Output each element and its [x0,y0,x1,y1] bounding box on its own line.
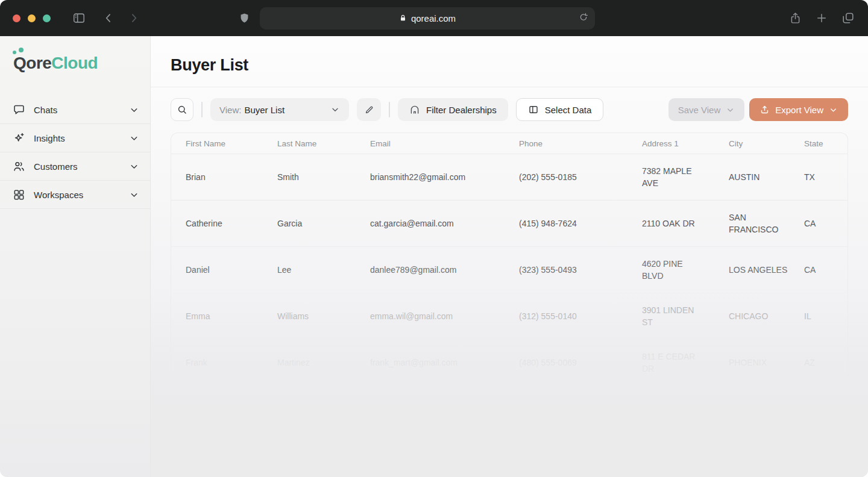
export-view-button[interactable]: Export View [749,98,848,121]
table-cell: AZ [804,357,848,369]
sidebar: QoreCloud Chats Insights [0,36,151,477]
table-cell: Williams [277,310,370,322]
privacy-shield-icon[interactable] [239,11,250,25]
view-select[interactable]: View:Buyer List [210,98,349,121]
table-cell: CHICAGO [729,310,804,322]
toolbar-divider [201,102,203,117]
sidebar-item-chats[interactable]: Chats [0,96,150,124]
upload-icon [760,105,770,115]
chevron-down-icon [829,105,838,114]
sidebar-item-label: Chats [34,105,121,115]
table-cell: 4620 PINE BLVD [642,258,729,282]
select-data-label: Select Data [545,105,592,115]
main-content: Buyer List View:Buyer List [151,36,868,477]
forward-icon[interactable] [128,12,140,24]
table-row[interactable]: BrianSmithbriansmith22@gmail.com(202) 55… [171,154,848,200]
logo-text-cloud: Cloud [51,54,98,72]
chevron-down-icon [726,105,735,114]
table-cell: (312) 555-0140 [519,310,642,322]
column-header[interactable]: Phone [519,139,642,148]
sidebar-item-label: Workspaces [34,190,121,200]
chevron-down-icon [330,105,340,114]
table-cell: (480) 555-0069 [519,357,642,369]
dealership-icon [409,104,420,115]
table-body: BrianSmithbriansmith22@gmail.com(202) 55… [171,154,848,385]
export-view-label: Export View [775,105,823,115]
table-cell: Brian [171,171,277,183]
edit-view-button[interactable] [357,98,381,121]
tab-overview-icon[interactable] [841,11,855,25]
app-logo: QoreCloud [13,49,150,77]
table-cell: LOS ANGELES [729,264,804,276]
browser-window: qoreai.com QoreCloud [0,0,868,477]
table-cell: Emma [171,310,277,322]
table-cell: Garcia [277,217,370,229]
table-row[interactable]: DanielLeedanlee789@gmail.com(323) 555-04… [171,246,848,293]
save-view-label: Save View [678,105,721,115]
table-cell: 811 E CEDAR DR [642,351,729,375]
browser-chrome: qoreai.com [0,0,868,36]
save-view-button[interactable]: Save View [668,98,745,121]
zoom-window-button[interactable] [43,14,51,22]
column-header[interactable]: Last Name [277,139,370,148]
sidebar-item-label: Customers [34,161,121,172]
buyer-table: First NameLast NameEmailPhoneAddress 1Ci… [171,132,848,385]
table-cell: frank_mart@gmail.com [370,357,519,369]
table-cell: CA [804,264,848,276]
logo-dot [19,48,24,52]
chevron-down-icon [129,105,139,115]
table-cell: PHOENIX [729,357,804,369]
lock-icon [399,14,407,22]
column-header[interactable]: Address 1 [642,139,729,148]
close-window-button[interactable] [13,14,20,22]
table-row[interactable]: EmmaWilliamsemma.wil@gmail.com(312) 555-… [171,293,848,339]
table-cell: cat.garcia@email.com [370,217,519,229]
sidebar-item-insights[interactable]: Insights [0,124,150,152]
search-button[interactable] [171,98,193,121]
columns-icon [528,104,539,115]
search-icon [177,104,187,115]
table-cell: (415) 948-7624 [519,217,642,229]
table-cell: Smith [277,171,370,183]
logo-text-qore: Qore [13,54,51,72]
back-icon[interactable] [102,12,115,24]
table-cell: (202) 555-0185 [519,171,642,183]
table-row[interactable]: FrankMartinezfrank_mart@gmail.com(480) 5… [171,339,848,385]
column-header[interactable]: State [804,139,848,148]
chevron-down-icon [129,190,139,200]
table-cell: TX [804,171,848,183]
table-cell: briansmith22@gmail.com [370,171,519,183]
minimize-window-button[interactable] [28,14,36,22]
pencil-icon [364,105,374,115]
table-header-row: First NameLast NameEmailPhoneAddress 1Ci… [171,133,848,154]
share-icon[interactable] [789,11,802,25]
chevron-down-icon [129,161,139,172]
sidebar-item-label: Insights [34,133,121,143]
url-text: qoreai.com [411,13,456,23]
table-cell: IL [804,310,848,322]
table-cell: Lee [277,264,370,276]
table-row[interactable]: CatherineGarciacat.garcia@email.com(415)… [171,200,848,246]
table-cell: Martinez [277,357,370,369]
column-header[interactable]: First Name [171,139,277,148]
reload-icon[interactable] [579,13,588,24]
chat-bubble-icon [13,104,25,116]
chevron-down-icon [129,133,139,143]
sparkles-icon [13,132,25,145]
filter-dealerships-label: Filter Dealerships [426,105,497,115]
address-bar[interactable]: qoreai.com [260,7,595,30]
sidebar-item-customers[interactable]: Customers [0,152,150,181]
traffic-lights [13,14,51,22]
filter-dealerships-button[interactable]: Filter Dealerships [398,98,508,121]
column-header[interactable]: City [729,139,804,148]
sidebar-item-workspaces[interactable]: Workspaces [0,181,150,209]
column-header[interactable]: Email [370,139,519,148]
toolbar-divider [389,102,390,117]
select-data-button[interactable]: Select Data [516,98,604,121]
table-cell: CA [804,217,848,229]
sidebar-toggle-icon[interactable] [72,11,86,25]
new-tab-icon[interactable] [816,12,828,24]
table-cell: emma.wil@gmail.com [370,310,519,322]
table-cell: 2110 OAK DR [642,217,729,229]
table-cell: (323) 555-0493 [519,264,642,276]
